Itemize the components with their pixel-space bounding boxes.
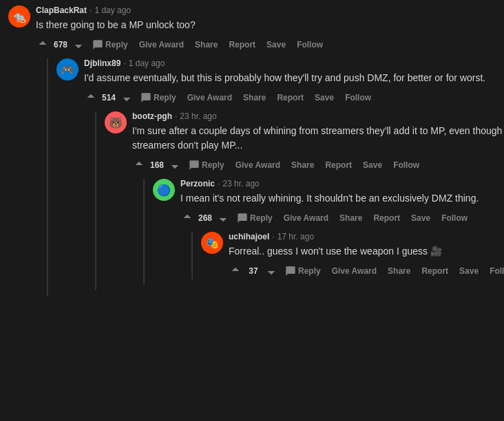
reply-button[interactable]: Reply [185, 157, 229, 173]
comment-content: bootz-pgh·23 hr. agoI'm sure after a cou… [132, 111, 504, 290]
action-bar: 514ReplyGive AwardShareReportSaveFollow [84, 89, 504, 106]
give-award-button[interactable]: Give Award [280, 210, 333, 226]
comment: 🐀ClapBackRat·1 day agoIs there going to … [8, 6, 496, 301]
share-button[interactable]: Share [287, 158, 318, 173]
username[interactable]: uchihajoeI [229, 232, 269, 241]
follow-button[interactable]: Follow [341, 90, 375, 105]
report-button[interactable]: Report [321, 158, 356, 173]
action-bar: 678ReplyGive AwardShareReportSaveFollow [36, 36, 504, 53]
separator: · [218, 179, 220, 188]
comment: 🐻bootz-pgh·23 hr. agoI'm sure after a co… [105, 111, 504, 290]
avatar: 🔵 [153, 179, 175, 201]
avatar: 🐀 [8, 6, 30, 28]
separator: · [272, 232, 274, 241]
nested-comments: 🐻bootz-pgh·23 hr. agoI'm sure after a co… [95, 111, 504, 290]
downvote-button[interactable] [216, 211, 230, 225]
comment-content: ClapBackRat·1 day agoIs there going to b… [36, 6, 504, 301]
reply-button[interactable]: Reply [136, 89, 180, 106]
comment-meta: Djblinx89·1 day ago [84, 58, 504, 68]
report-button[interactable]: Report [417, 263, 452, 279]
save-button[interactable]: Save [407, 210, 434, 226]
upvote-button[interactable] [84, 91, 98, 105]
share-button[interactable]: Share [239, 90, 270, 105]
timestamp: 17 hr. ago [277, 232, 314, 241]
upvote-button[interactable] [132, 158, 146, 172]
avatar: 🐻 [105, 111, 127, 133]
comment-meta: uchihajoeI·17 hr. ago [229, 232, 504, 241]
share-button[interactable]: Share [384, 263, 414, 279]
upvote-button[interactable] [36, 38, 50, 52]
comment-thread: 🐀ClapBackRat·1 day agoIs there going to … [0, 0, 504, 312]
separator: · [90, 6, 92, 15]
timestamp: 23 hr. ago [180, 111, 216, 121]
action-bar: 37ReplyGive AwardShareReportSaveFollow [229, 263, 504, 279]
reply-button[interactable]: Reply [233, 210, 277, 226]
report-button[interactable]: Report [273, 90, 308, 105]
downvote-button[interactable] [168, 158, 182, 172]
username[interactable]: ClapBackRat [36, 6, 87, 15]
share-button[interactable]: Share [191, 37, 222, 52]
comment-body: I'd assume eventually, but this is proba… [84, 71, 504, 85]
save-button[interactable]: Save [359, 158, 386, 173]
save-button[interactable]: Save [262, 37, 290, 52]
comment-meta: ClapBackRat·1 day ago [36, 6, 504, 15]
downvote-button[interactable] [264, 264, 278, 278]
save-button[interactable]: Save [455, 263, 483, 279]
comment-body: I mean it's not really whining. It shoul… [180, 191, 504, 206]
report-button[interactable]: Report [369, 210, 404, 226]
timestamp: 1 day ago [94, 6, 131, 15]
comment-body: I'm sure after a couple days of whining … [132, 124, 504, 153]
avatar: 🎮 [56, 58, 78, 80]
separator: · [175, 111, 177, 121]
vote-count: 678 [52, 40, 69, 50]
separator: · [123, 58, 125, 68]
avatar: 🎭 [201, 232, 223, 254]
follow-button[interactable]: Follow [485, 263, 504, 279]
comment-content: uchihajoeI·17 hr. agoForreal.. guess I w… [229, 232, 504, 279]
reply-button[interactable]: Reply [88, 36, 132, 53]
vote-controls: 268 [180, 211, 230, 225]
comment: 🎭uchihajoeI·17 hr. agoForreal.. guess I … [201, 232, 504, 279]
upvote-button[interactable] [229, 264, 242, 278]
comment-content: Djblinx89·1 day agoI'd assume eventually… [84, 58, 504, 296]
report-button[interactable]: Report [224, 37, 260, 52]
comment: 🎮Djblinx89·1 day agoI'd assume eventuall… [56, 58, 504, 296]
vote-count: 37 [245, 266, 262, 276]
vote-count: 268 [197, 213, 213, 223]
comment-content: Perzonic·23 hr. agoI mean it's not reall… [180, 179, 504, 285]
vote-controls: 514 [84, 91, 134, 105]
nested-comments: 🎭uchihajoeI·17 hr. agoForreal.. guess I … [191, 232, 504, 279]
vote-count: 514 [101, 93, 117, 102]
vote-count: 168 [149, 160, 165, 170]
upvote-button[interactable] [180, 211, 194, 225]
comment-meta: bootz-pgh·23 hr. ago [132, 111, 504, 121]
timestamp: 1 day ago [129, 58, 165, 68]
comment-body: Forreal.. guess I won't use the weapon I… [229, 244, 504, 259]
follow-button[interactable]: Follow [389, 158, 423, 173]
follow-button[interactable]: Follow [293, 37, 327, 52]
give-award-button[interactable]: Give Award [183, 90, 236, 105]
comment-body: Is there going to be a MP unlock too? [36, 18, 504, 32]
vote-controls: 168 [132, 158, 182, 172]
vote-controls: 37 [229, 264, 278, 278]
username[interactable]: Perzonic [180, 179, 215, 188]
reply-button[interactable]: Reply [281, 263, 325, 279]
vote-controls: 678 [36, 38, 85, 52]
username[interactable]: Djblinx89 [84, 58, 120, 68]
timestamp: 23 hr. ago [222, 179, 259, 188]
give-award-button[interactable]: Give Award [135, 37, 188, 52]
username[interactable]: bootz-pgh [132, 111, 172, 121]
downvote-button[interactable] [72, 38, 85, 52]
comment: 🔵Perzonic·23 hr. agoI mean it's not real… [153, 179, 504, 285]
nested-comments: 🎮Djblinx89·1 day agoI'd assume eventuall… [47, 58, 504, 296]
follow-button[interactable]: Follow [437, 210, 472, 226]
share-button[interactable]: Share [335, 210, 366, 226]
give-award-button[interactable]: Give Award [328, 263, 381, 279]
nested-comments: 🔵Perzonic·23 hr. agoI mean it's not real… [143, 179, 504, 285]
give-award-button[interactable]: Give Award [231, 158, 284, 173]
comment-meta: Perzonic·23 hr. ago [180, 179, 504, 188]
save-button[interactable]: Save [311, 90, 338, 105]
downvote-button[interactable] [120, 91, 134, 105]
action-bar: 268ReplyGive AwardShareReportSaveFollow [180, 210, 504, 226]
action-bar: 168ReplyGive AwardShareReportSaveFollow [132, 157, 504, 173]
